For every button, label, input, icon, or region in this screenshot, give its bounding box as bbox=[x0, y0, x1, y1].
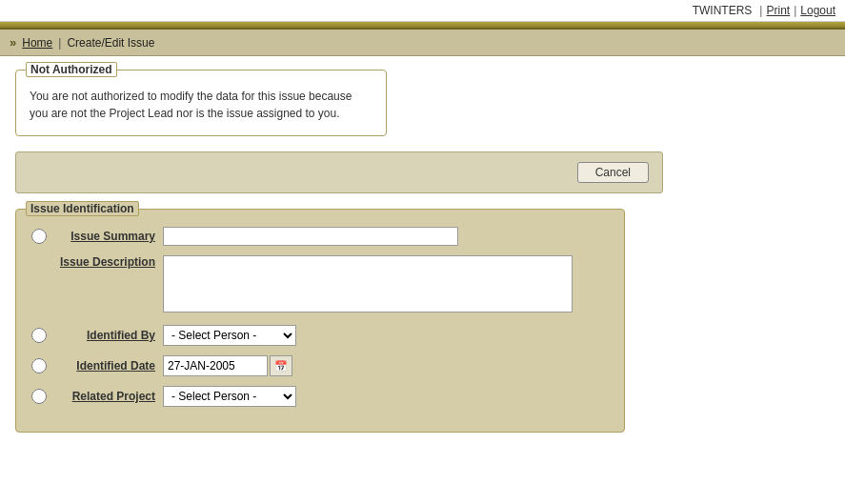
breadcrumb-arrow: » bbox=[10, 35, 16, 50]
issue-description-label[interactable]: Issue Description bbox=[31, 255, 155, 269]
related-project-label[interactable]: Related Project bbox=[50, 390, 155, 403]
breadcrumb-sep: | bbox=[58, 36, 61, 50]
username: TWINTERS bbox=[693, 4, 753, 17]
main-content: Not Authorized You are not authorized to… bbox=[0, 56, 845, 446]
sep1: | bbox=[759, 4, 762, 17]
identified-by-row: Identified By - Select Person - Option 1… bbox=[31, 325, 609, 346]
calendar-button[interactable]: 📅 bbox=[270, 355, 292, 376]
print-link[interactable]: Print bbox=[766, 4, 790, 17]
not-authorized-legend: Not Authorized bbox=[26, 62, 117, 77]
related-project-row: Related Project - Select Person - Option… bbox=[31, 386, 609, 407]
breadcrumb-current: Create/Edit Issue bbox=[67, 36, 154, 50]
issue-summary-row: Issue Summary bbox=[31, 227, 609, 246]
not-authorized-message: You are not authorized to modify the dat… bbox=[30, 88, 372, 122]
identified-date-label[interactable]: Identified Date bbox=[50, 359, 155, 373]
identified-by-label[interactable]: Identified By bbox=[50, 329, 155, 342]
related-project-radio[interactable] bbox=[31, 389, 47, 404]
top-bar: TWINTERS | Print | Logout bbox=[0, 0, 845, 22]
issue-description-textarea[interactable] bbox=[163, 255, 573, 312]
identified-by-radio[interactable] bbox=[31, 328, 47, 343]
issue-fieldset-legend: Issue Identification bbox=[26, 201, 139, 216]
calendar-icon: 📅 bbox=[274, 360, 288, 372]
related-project-select[interactable]: - Select Person - Option 1 Option 2 bbox=[163, 386, 296, 407]
cancel-panel: Cancel bbox=[15, 151, 663, 193]
identified-date-radio[interactable] bbox=[31, 358, 47, 373]
breadcrumb: » Home | Create/Edit Issue bbox=[0, 30, 845, 56]
issue-description-row: Issue Description bbox=[31, 255, 609, 315]
not-authorized-box: Not Authorized You are not authorized to… bbox=[15, 70, 387, 136]
issue-summary-radio[interactable] bbox=[31, 229, 47, 244]
logout-link[interactable]: Logout bbox=[800, 4, 835, 17]
identified-date-input[interactable] bbox=[163, 355, 268, 376]
breadcrumb-home[interactable]: Home bbox=[22, 36, 52, 50]
issue-fieldset: Issue Identification Issue Summary Issue… bbox=[15, 209, 625, 433]
issue-description-wrapper bbox=[163, 255, 573, 315]
issue-summary-input[interactable] bbox=[163, 227, 458, 246]
cancel-button[interactable]: Cancel bbox=[577, 162, 649, 183]
deco-line bbox=[0, 22, 845, 30]
sep2: | bbox=[794, 4, 796, 17]
identified-by-select[interactable]: - Select Person - Option 1 Option 2 bbox=[163, 325, 296, 346]
issue-summary-label[interactable]: Issue Summary bbox=[50, 230, 155, 243]
identified-date-row: Identified Date 📅 bbox=[31, 355, 609, 376]
